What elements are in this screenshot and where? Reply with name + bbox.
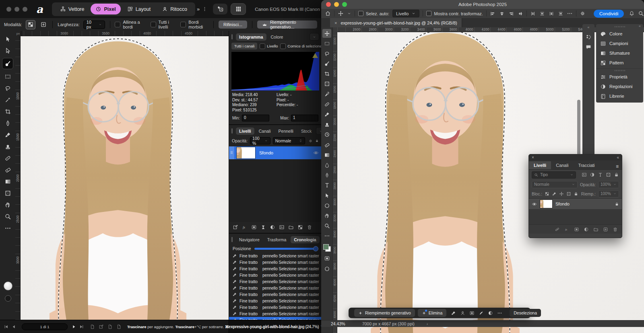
align-middle-icon[interactable] <box>518 11 523 16</box>
blur-tool[interactable] <box>322 160 331 169</box>
align-center-icon[interactable] <box>499 11 505 16</box>
livello-checkbox[interactable]: Livello <box>260 43 278 49</box>
live-filter-icon[interactable] <box>270 224 275 230</box>
fx-icon[interactable] <box>242 224 248 230</box>
blend-mode-dropdown[interactable]: Normale <box>532 181 578 188</box>
object-selection-tool[interactable] <box>322 60 331 68</box>
zoom-tool[interactable] <box>2 212 13 221</box>
collapse-dock-icon[interactable]: « <box>587 25 589 30</box>
filter-type-icon[interactable] <box>598 172 603 177</box>
distribute-top-icon[interactable] <box>530 11 536 16</box>
mode-new-icon[interactable] <box>26 20 35 29</box>
panel-campioni[interactable]: Campioni <box>596 39 643 48</box>
auto-select-checkbox[interactable]: Selez. auto: <box>358 11 389 16</box>
checkbox[interactable] <box>151 22 156 27</box>
layer-lock-icon[interactable] <box>615 202 619 206</box>
healing-brush-tool[interactable] <box>2 154 13 162</box>
home-icon[interactable] <box>325 10 331 16</box>
history-item[interactable]: Fine tratto pennello Selezione smart ras… <box>229 278 322 285</box>
layer-effects-icon[interactable] <box>564 227 570 232</box>
tab-canali[interactable]: Canali <box>256 127 274 135</box>
history-item[interactable]: Fine tratto pennello Selezione smart ras… <box>229 265 322 272</box>
move-tool[interactable] <box>322 29 331 38</box>
status-chevron-icon[interactable]: › <box>427 321 428 326</box>
lock-artboard-icon[interactable] <box>566 191 571 196</box>
eyedropper-tool[interactable] <box>322 90 331 99</box>
history-item[interactable]: Fine tratto pennello Selezione smart ras… <box>229 298 322 304</box>
close-window-button[interactable] <box>6 7 11 12</box>
align-left-icon[interactable] <box>490 11 495 16</box>
distribute-vertical-icon[interactable] <box>558 11 564 16</box>
notes-icon[interactable] <box>116 324 122 329</box>
mode-add-icon[interactable] <box>39 21 48 29</box>
brush-tool[interactable] <box>322 110 331 119</box>
history-brush-tool[interactable] <box>322 130 331 139</box>
tab-stock[interactable]: Stock <box>298 127 315 135</box>
comments-panel-icon[interactable] <box>585 44 592 50</box>
lock-paint-icon[interactable] <box>552 191 557 196</box>
adjustment-layer-icon[interactable] <box>584 227 589 232</box>
history-panel-icon[interactable] <box>585 34 592 40</box>
next-page-button[interactable] <box>71 324 77 329</box>
close-panel-icon[interactable]: × <box>532 155 534 160</box>
panel-regolazioni[interactable]: Regolazioni <box>596 82 643 91</box>
generative-fill-button[interactable]: Riempimento generativo <box>354 309 415 317</box>
min-input[interactable]: 0 <box>242 115 269 121</box>
mask-icon[interactable] <box>469 310 475 316</box>
lock-all-icon[interactable] <box>574 191 578 196</box>
collapse-panel-icon[interactable]: « <box>617 155 619 160</box>
lock-position-icon[interactable] <box>559 191 564 196</box>
frame-tool[interactable] <box>322 80 331 88</box>
zoom-window-button[interactable] <box>23 7 27 12</box>
workspace-settings-icon[interactable] <box>580 10 586 16</box>
layer-group-icon[interactable] <box>593 227 599 232</box>
delete-icon[interactable] <box>307 224 312 230</box>
tab-livelli[interactable]: Livelli <box>529 161 551 169</box>
persona-vettore[interactable]: Vettore <box>55 4 89 14</box>
history-item[interactable]: Fine tratto pennello Selezione smart ras… <box>229 304 322 310</box>
gradient-tool[interactable] <box>322 150 331 159</box>
panel-pattern[interactable]: Pattern <box>596 58 643 68</box>
layer-filter-dropdown[interactable]: Tipo <box>532 171 576 179</box>
mesh-warp-tool[interactable] <box>2 189 13 197</box>
close-tab-icon[interactable]: × <box>334 21 337 25</box>
tab-cronologia[interactable]: Cronologia <box>291 236 319 243</box>
slider-knob[interactable] <box>313 246 318 251</box>
opacity-field[interactable]: 100% <box>598 181 619 188</box>
filter-image-icon[interactable] <box>582 172 587 177</box>
lock-transparent-icon[interactable] <box>545 191 549 196</box>
zoom-tool[interactable] <box>322 222 331 230</box>
layer-row-sfondo[interactable]: Sfondo <box>529 199 622 209</box>
mask-icon[interactable] <box>251 224 257 230</box>
distribute-horizontal-icon[interactable] <box>539 11 545 16</box>
larghezza-dropdown[interactable]: 10 px <box>83 21 105 29</box>
previous-page-button[interactable] <box>11 324 17 329</box>
close-window-button[interactable] <box>326 2 331 7</box>
tab-trasforma[interactable]: Trasforma <box>264 236 289 243</box>
more-icon[interactable] <box>497 310 502 316</box>
last-page-button[interactable] <box>78 324 85 329</box>
view-tool[interactable] <box>2 200 13 209</box>
deselect-button[interactable]: Deseleziona <box>510 309 541 317</box>
image-icon[interactable] <box>279 224 285 230</box>
crop-tool[interactable] <box>2 107 13 116</box>
persona-layout[interactable]: Layout <box>122 4 156 14</box>
context-checkbox[interactable]: Tutti i livelli <box>151 20 175 29</box>
layer-visibility-icon[interactable] <box>532 201 537 207</box>
adjustment-icon[interactable] <box>260 224 266 230</box>
new-layer-icon[interactable] <box>603 227 608 232</box>
tab-tracciati[interactable]: Tracciati <box>573 161 599 169</box>
cornice-checkbox[interactable]: Cornice di selezione <box>280 43 322 49</box>
paint-brush-tool[interactable] <box>2 130 13 139</box>
auto-select-target-dropdown[interactable]: Livello <box>392 10 419 17</box>
delete-layer-icon[interactable] <box>613 227 618 232</box>
document-tab[interactable]: × expressive-young-girl-with-blond-hair.… <box>330 18 462 27</box>
selection-brush-tool[interactable] <box>2 58 13 69</box>
page-icon[interactable] <box>90 324 95 329</box>
healing-brush-tool[interactable] <box>322 100 331 109</box>
toolbar-menu-icon[interactable] <box>202 6 207 12</box>
tab-istogramma[interactable]: Istogramma <box>236 33 266 41</box>
checkbox[interactable] <box>115 22 120 27</box>
history-item[interactable]: Fine tratto pennello Selezione smart ras… <box>229 291 322 298</box>
color-swatch-primary[interactable] <box>4 282 12 290</box>
